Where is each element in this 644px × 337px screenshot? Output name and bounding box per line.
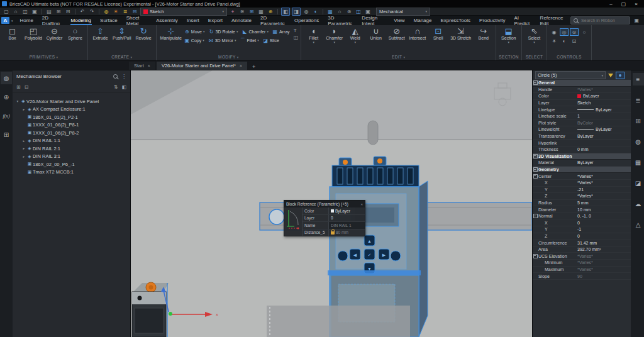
text-style-icon[interactable]: T [294,28,299,33]
property-value[interactable]: 0 [577,234,631,238]
tree-item[interactable]: ▣1XXX_01_06(2)_P8-1 [13,121,130,130]
layer-dropdown[interactable]: Sketch ▾ [140,8,227,16]
property-value[interactable]: 0, -1, 0 [577,214,631,218]
property-value[interactable]: 0 [577,221,631,225]
application-button[interactable]: A [1,17,9,24]
property-value[interactable]: ByLayer [577,127,631,131]
panel-label[interactable]: PRIMITIVES▾ [3,54,85,60]
collapse-icon[interactable] [533,167,538,172]
chevron-down-icon[interactable]: ▾ [313,41,314,44]
document-tab[interactable]: Start× [129,62,155,70]
property-value[interactable]: 1 [577,114,631,118]
edit-fillet-icon[interactable]: ◖Fillet▾ [304,26,323,44]
ribbon-tab-export[interactable]: Export [204,16,227,25]
world-ucs-icon[interactable]: ◍ [303,8,310,15]
chevron-down-icon[interactable]: ▾ [333,41,335,44]
array-icon[interactable]: ▦Array [272,28,290,35]
select-icon[interactable]: ⇖Select▾ [525,26,544,44]
copy-icon[interactable]: ▣Copy▾ [184,36,204,44]
shading-toggle-icon[interactable]: ◐ [312,8,319,15]
rollover-tips-icon[interactable]: ◨ [292,8,301,16]
weld-icon[interactable]: ◭Weld▾ [345,26,365,44]
tree-chevron-icon[interactable]: ▸ [21,146,26,150]
shell-icon[interactable]: ⊡Shell [428,26,448,41]
chamfer-icon[interactable]: ◣Chamfer▾ [242,28,269,35]
document-tab[interactable]: V26-Motor Starter and Drive Panel*× [157,62,247,70]
layers-icon[interactable]: ≣ [121,8,129,15]
plot-icon[interactable]: ⊞ [55,8,62,15]
tooltip-row-value[interactable]: 0 [328,215,365,222]
attachments-panel-icon[interactable]: ◍ [633,135,644,148]
ribbon-tab-insert[interactable]: Insert [182,16,204,25]
redo-icon[interactable]: ↷ [88,8,96,15]
rotate-3d-icon[interactable]: ↻3D Rotate▾ [208,28,238,35]
section-icon[interactable]: ⬓Section▾ [499,26,518,44]
publish-icon[interactable]: ⊟ [64,8,72,15]
property-value[interactable]: -1 [577,227,631,231]
ribbon-tab-design-intent[interactable]: Design Intent [357,16,389,25]
box-icon[interactable]: ◻Box [3,26,22,41]
tree-item[interactable]: ▣Tmax XT2 MCCB:1 [13,168,130,177]
ribbon-tab-3d-parametric[interactable]: 3D Parametric [323,16,357,25]
maximize-button[interactable]: ▢ [621,1,626,7]
warnings-icon[interactable]: △ [633,218,644,231]
tooltip-row-value[interactable]: 80 mm [328,229,365,236]
undo-icon[interactable]: ↶ [79,8,86,15]
ribbon-tab-modeling[interactable]: Modeling [67,16,96,25]
chevron-down-icon[interactable]: ▾ [267,30,269,33]
property-section-header[interactable]: 3D Visualization [533,153,631,160]
property-value[interactable]: *Varies* [577,87,631,92]
tree-chevron-icon[interactable]: ▸ [21,108,26,111]
ribbon-tab-assembly[interactable]: Assembly [152,16,182,25]
property-value[interactable]: *Varies* [577,267,631,272]
chevron-down-icon[interactable]: ▾ [203,30,205,33]
light-icon[interactable]: ☀ [550,37,558,45]
search-icon[interactable] [113,74,118,79]
tree-chevron-icon[interactable]: ▾ [15,99,20,103]
workspace-sync-icon[interactable]: ≋ [238,8,246,15]
push-pull-icon[interactable]: ⇕Push/Pull [111,26,133,41]
close-icon[interactable]: × [148,64,150,68]
ribbon-panel-toggle-icon[interactable]: ▣ [634,18,639,23]
property-value[interactable]: -21 [577,187,631,192]
move-icon[interactable]: ⊕Move▾ [184,28,205,35]
camera-swivel-icon[interactable]: ◉ [550,28,558,36]
expand-icon[interactable] [533,174,538,179]
orbit-icon[interactable]: ⊙ [570,28,579,36]
materials-panel-icon[interactable]: ◪ [633,177,644,189]
render-cloud-icon[interactable]: ☁ [633,197,644,210]
sheets-panel-icon[interactable]: ▦ [633,156,644,168]
kebab-menu-icon[interactable]: ⋮ [121,74,126,79]
look-from-icon[interactable]: ◎ [560,28,569,36]
new-tab-button[interactable]: + [248,64,259,70]
tree-chevron-icon[interactable]: ▸ [21,139,26,143]
property-value[interactable]: *Varies* [577,260,631,265]
tips-icon[interactable]: ◍ [1,72,12,84]
panel-label[interactable]: SELECT [525,54,544,60]
property-value[interactable]: ByLayer [577,134,631,138]
slice-icon[interactable]: ◪Slice [263,36,279,44]
print-icon[interactable]: ⊟ [131,8,138,15]
ribbon-search[interactable] [570,16,630,25]
ribbon-tab-2d-parametric[interactable]: 2D Parametric [256,16,290,25]
stretch-3d-icon[interactable]: ⇲3D Stretch [449,26,472,41]
property-section-header[interactable]: General [533,80,631,87]
annotation-monitor-icon[interactable]: ⌖ [229,8,236,15]
property-value[interactable]: 0 mm [577,147,631,152]
sort-icon[interactable]: ⇅ [114,84,118,90]
tooltip-row-value[interactable]: DIN RAIL 1 [328,222,365,229]
ribbon-tab-expresstools[interactable]: ExpressTools [436,16,475,25]
tree-item[interactable]: ▾◈V26-Motor Starter and Drive Panel [13,97,130,106]
expand-icon[interactable] [533,254,538,258]
property-value[interactable]: *Varies* [577,180,631,185]
extrude-icon[interactable]: ⇧Extrude [91,26,110,41]
bend-icon[interactable]: ↪Bend [474,26,493,41]
home-view-icon[interactable]: ⌂ [336,8,343,15]
close-button[interactable]: × [635,1,638,7]
property-value[interactable]: ByLayer [577,94,631,98]
grid-toggle-icon[interactable]: ▦ [257,8,265,15]
new-sheet-icon[interactable]: ▤ [45,8,53,15]
property-value[interactable]: 90 [577,274,631,279]
sheet-set-icon[interactable]: ▦ [326,8,334,15]
union-icon[interactable]: ∪Union [366,26,386,41]
